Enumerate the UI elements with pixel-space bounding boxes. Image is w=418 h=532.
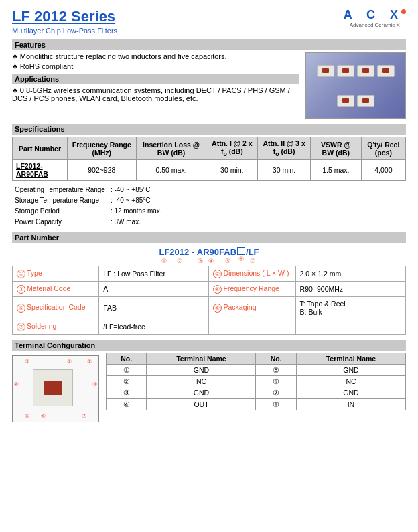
pn-2012: 2012 ②: [169, 247, 189, 264]
operating-temp-label: Operating Temperature Range: [12, 185, 108, 195]
terminal-no1: ③: [107, 387, 147, 399]
detail-row-3: ⑤Specification Code FAB ⑥Packaging T: Ta…: [13, 297, 406, 319]
pin-6-label: ⑥: [41, 413, 46, 419]
terminal-no2: ⑦: [256, 387, 296, 399]
title-block: LF 2012 Series Multilayer Chip Low-Pass …: [12, 8, 117, 35]
specifications-header: Specifications: [12, 124, 406, 135]
th-no1: No.: [107, 353, 147, 365]
logo-text: A C X: [344, 8, 406, 22]
features-header: Features: [12, 39, 406, 50]
features-text: Monolithic structure replacing two induc…: [12, 52, 299, 119]
col-freqrange: Frequency Range (MHz): [67, 137, 136, 160]
specifications-table: Part Number Frequency Range (MHz) Insert…: [12, 137, 406, 181]
applications-header: Applications: [12, 74, 299, 84]
col-insertionloss: Insertion Loss @ BW (dB): [136, 137, 206, 160]
terminal-chip: [33, 369, 73, 406]
pn-lf: LF ①: [159, 247, 169, 264]
chip-2: [337, 65, 354, 77]
pin-4-label: ④: [14, 381, 19, 387]
logo: A C X Advanced Ceramic X: [344, 8, 406, 28]
chip-3: [357, 65, 374, 77]
terminal-row: ③ GND ⑦ GND: [107, 387, 406, 399]
cell-partnumber: LF2012-AR90FAB: [13, 160, 68, 181]
part-number-header: Part Number: [12, 232, 406, 243]
terminal-row: ② NC ⑥ NC: [107, 376, 406, 387]
terminal-name2: GND: [296, 387, 405, 399]
pin-8-label: ⑧: [92, 381, 97, 387]
terminal-name2: IN: [296, 399, 405, 410]
terminal-no2: ⑧: [256, 399, 296, 410]
details-grid: ①Type LF : Low Pass Filter ②Dimensions (…: [12, 266, 406, 335]
col-vswr: VSWR @ BW (dB): [310, 137, 361, 160]
cell-attn2: 30 min.: [258, 160, 311, 181]
logo-tagline: Advanced Ceramic X: [350, 22, 400, 28]
terminal-name2: GND: [296, 365, 405, 376]
chip-4: [377, 65, 395, 77]
detail-spec-label: ⑤Specification Code: [13, 297, 99, 319]
detail-material-label: ③Material Code: [13, 282, 99, 297]
terminal-name1: GND: [147, 387, 256, 399]
power-capacity-label: Power Capacity: [12, 217, 108, 228]
cell-attn1: 30 min.: [206, 160, 258, 181]
storage-temp-label: Storage Temperature Range: [12, 195, 108, 206]
terminal-row: ① GND ⑤ GND: [107, 365, 406, 376]
detail-solder-value: /LF=lead-free: [99, 319, 209, 335]
detail-pkg-value: T: Tape & ReelB: Bulk: [295, 297, 405, 319]
detail-dim-value: 2.0 × 1.2 mm: [295, 266, 405, 282]
terminal-layout: ① ② ③ ④ ⑤ ⑥ ⑦ ⑧ No. Terminal Name No. Te…: [12, 353, 406, 422]
terminal-name1: NC: [147, 376, 256, 387]
pn-box: ⑥: [236, 247, 246, 262]
chip-6: [357, 95, 374, 107]
detail-row-2: ③Material Code A ④Frequency Range R90=90…: [13, 282, 406, 297]
feature-item-1: Monolithic structure replacing two induc…: [12, 52, 299, 60]
part-number-diagram: LF ① 2012 ② - A ③ R90 ④ FAB ⑤ ⑥ /LF ⑦: [12, 247, 406, 264]
terminal-diagram: ① ② ③ ④ ⑤ ⑥ ⑦ ⑧: [12, 355, 99, 422]
pn-lf2: /LF ⑦: [246, 247, 259, 264]
terminal-name1: OUT: [147, 399, 256, 410]
info-rows: Operating Temperature Range : -40 ~ +85°…: [12, 185, 406, 228]
cell-freqrange: 902~928: [67, 160, 136, 181]
terminal-no1: ①: [107, 365, 147, 376]
chip-1: [317, 65, 334, 77]
detail-dim-label: ②Dimensions ( L × W ): [209, 266, 295, 282]
detail-freq-label: ④Frequency Range: [209, 282, 295, 297]
detail-spec-value: FAB: [99, 297, 209, 319]
detail-material-value: A: [99, 282, 209, 297]
detail-freq-value: R90=900MHz: [295, 282, 405, 297]
detail-type-label: ①Type: [13, 266, 99, 282]
terminal-no2: ⑥: [256, 376, 296, 387]
storage-period-val: : 12 months max.: [108, 206, 165, 217]
applications-text: 0.8-6GHz wireless communication systems,…: [12, 86, 299, 102]
detail-empty-label: [209, 319, 295, 335]
table-row: LF2012-AR90FAB 902~928 0.50 max. 30 min.…: [13, 160, 406, 181]
pin-5-label: ⑤: [25, 413, 29, 419]
col-attn2: Attn. II @ 3 x fo (dB): [258, 137, 311, 160]
detail-empty-value: [295, 319, 405, 335]
page-title: LF 2012 Series: [12, 8, 117, 25]
cell-qty: 4,000: [361, 160, 405, 181]
detail-type-value: LF : Low Pass Filter: [99, 266, 209, 282]
feature-item-2: RoHS compliant: [12, 62, 299, 70]
col-partnumber: Part Number: [13, 137, 68, 160]
detail-pkg-label: ⑥Packaging: [209, 297, 295, 319]
features-section: Monolithic structure replacing two induc…: [12, 52, 406, 119]
pn-fab: FAB ⑤: [219, 247, 236, 264]
terminal-row: ④ OUT ⑧ IN: [107, 399, 406, 410]
storage-temp-val: : -40 ~ +85°C: [108, 195, 165, 206]
page-header: LF 2012 Series Multilayer Chip Low-Pass …: [12, 8, 406, 35]
operating-temp-val: : -40 ~ +85°C: [108, 185, 165, 195]
cell-insertionloss: 0.50 max.: [136, 160, 206, 181]
storage-period-label: Storage Period: [12, 206, 108, 217]
terminal-header: Terminal Configuration: [12, 340, 406, 351]
pn-a: A ③: [197, 247, 203, 264]
th-name2: Terminal Name: [296, 353, 405, 365]
page-subtitle: Multilayer Chip Low-Pass Filters: [12, 27, 117, 35]
pn-dash: -: [189, 247, 197, 257]
power-capacity-val: : 3W max.: [108, 217, 165, 228]
terminal-name1: GND: [147, 365, 256, 376]
terminal-no2: ⑤: [256, 365, 296, 376]
terminal-no1: ④: [107, 399, 147, 410]
terminal-table: No. Terminal Name No. Terminal Name ① GN…: [106, 353, 406, 410]
chip-5: [337, 95, 354, 107]
pin-1-label: ①: [87, 359, 92, 365]
